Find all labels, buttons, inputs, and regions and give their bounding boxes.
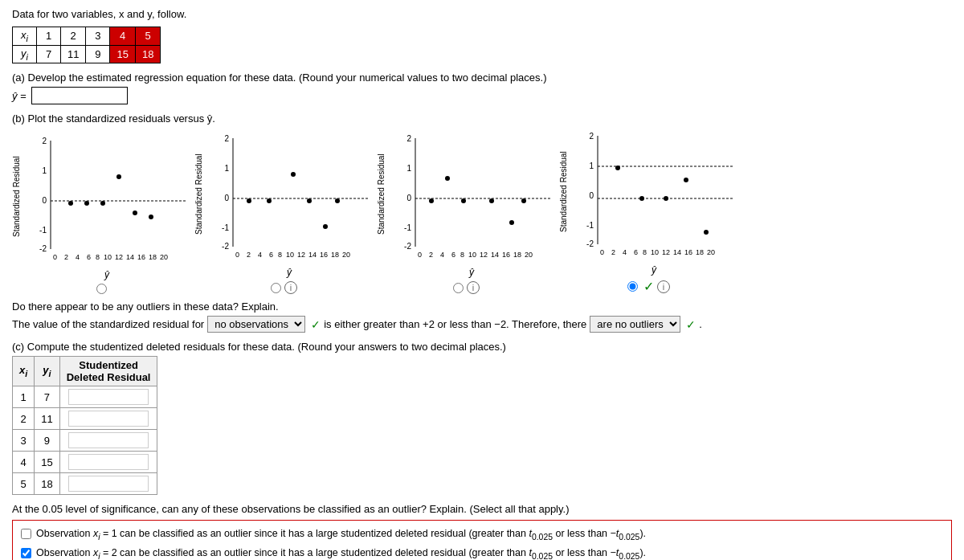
svg-text:-2: -2 [586, 239, 594, 248]
row4-sdr[interactable] [59, 452, 157, 473]
dropdown1-check: ✓ [311, 318, 321, 331]
svg-text:16: 16 [502, 251, 510, 259]
chart-1-ylabel: Standardized Residual [12, 133, 21, 261]
part-c-label: (c) Compute the studentized deleted resi… [12, 341, 952, 353]
row5-sdr[interactable] [59, 473, 157, 495]
row4-x: 4 [13, 452, 35, 473]
svg-text:18: 18 [149, 253, 157, 261]
svg-text:2: 2 [429, 251, 433, 259]
svg-text:12: 12 [297, 251, 305, 259]
svg-point-66 [429, 198, 434, 203]
chart-4-xlabel: ŷ [652, 264, 656, 276]
chart-1-radio-row[interactable] [96, 284, 107, 294]
svg-text:4: 4 [76, 253, 80, 261]
svg-text:16: 16 [684, 248, 692, 256]
table-row: 4 15 [13, 452, 157, 473]
row2-sdr[interactable] [59, 408, 157, 430]
chart-2-area: 2 1 0 -1 -2 0 2 4 6 8 10 12 14 16 18 20 [205, 130, 374, 278]
outliers-period: . [699, 318, 702, 330]
row2-sdr-input[interactable] [68, 411, 149, 427]
row5-x: 5 [13, 473, 35, 495]
svg-point-21 [116, 174, 121, 179]
chart-1-svg: 2 1 0 -1 -2 0 2 4 6 8 10 12 14 16 18 20 [22, 133, 191, 269]
chart-3-radio-row[interactable]: i [453, 281, 480, 294]
svg-point-70 [509, 220, 514, 225]
svg-text:14: 14 [308, 251, 317, 259]
svg-point-20 [100, 201, 105, 206]
row5-sdr-input[interactable] [68, 476, 149, 492]
checkbox-1[interactable] [21, 529, 31, 539]
svg-text:-1: -1 [222, 223, 229, 232]
chart-3-wrapper: Standardized Residual 2 1 0 -1 -2 0 2 4 … [377, 130, 556, 294]
row3-sdr[interactable] [59, 430, 157, 452]
checkbox-item-2: Observation xi = 2 can be classified as … [21, 546, 943, 560]
chart-2-radio[interactable] [271, 283, 281, 293]
row4-sdr-input[interactable] [68, 454, 149, 470]
svg-point-43 [267, 198, 272, 203]
svg-text:16: 16 [137, 253, 145, 261]
svg-point-18 [68, 201, 73, 206]
svg-text:8: 8 [643, 248, 647, 256]
outliers-text-3: is either greater than +2 or less than −… [324, 318, 586, 330]
chart-4-ylabel: Standardized Residual [559, 128, 568, 256]
checkbox-1-label: Observation xi = 1 can be classified as … [36, 527, 646, 543]
at-level-text: At the 0.05 level of significance, can a… [12, 503, 952, 515]
chart-4-radio-row[interactable]: ✓ i [627, 279, 670, 294]
svg-point-71 [521, 198, 526, 203]
svg-text:2: 2 [611, 248, 615, 256]
svg-text:12: 12 [115, 253, 123, 261]
chart-4-radio[interactable] [627, 281, 638, 292]
row2-x: 2 [13, 408, 35, 430]
svg-text:10: 10 [104, 253, 112, 261]
chart-4-info-icon[interactable]: i [657, 280, 670, 293]
table-row: 1 7 [13, 386, 157, 408]
dropdown2-check: ✓ [686, 318, 696, 331]
row1-sdr[interactable] [59, 386, 157, 408]
row3-sdr-input[interactable] [68, 432, 149, 448]
data-table: xi 1 2 3 4 5 yi 7 11 9 15 18 [12, 27, 161, 63]
svg-text:2: 2 [64, 253, 68, 261]
svg-text:0: 0 [235, 251, 239, 259]
chart-1-radio[interactable] [96, 284, 107, 294]
svg-text:0: 0 [42, 196, 47, 205]
svg-point-23 [149, 215, 153, 219]
col-yi-header: yi [35, 357, 59, 386]
svg-point-42 [247, 198, 251, 203]
row1-y: 7 [35, 386, 59, 408]
svg-text:0: 0 [53, 253, 57, 261]
chart-2-info-icon[interactable]: i [284, 281, 297, 294]
chart-3-radio[interactable] [453, 283, 464, 293]
svg-point-47 [335, 198, 340, 203]
equation-input[interactable] [31, 87, 128, 104]
svg-text:-2: -2 [39, 244, 47, 253]
svg-point-94 [684, 178, 688, 182]
chart-3-svg: 2 1 0 -1 -2 0 2 4 6 8 10 12 14 16 18 20 [387, 130, 556, 267]
svg-text:0: 0 [224, 194, 229, 202]
chart-2-ylabel: Standardized Residual [194, 130, 203, 259]
svg-text:12: 12 [662, 248, 670, 256]
svg-text:20: 20 [525, 251, 533, 259]
chart-3-info-icon[interactable]: i [467, 281, 480, 294]
svg-text:2: 2 [406, 134, 411, 143]
chart-1-xlabel: ŷ [104, 269, 109, 280]
svg-point-45 [307, 198, 312, 203]
outliers-text-2: The value of the standardized residual f… [12, 318, 204, 330]
checkbox-2[interactable] [21, 548, 31, 558]
chart-3-area: 2 1 0 -1 -2 0 2 4 6 8 10 12 14 16 18 20 [387, 130, 556, 278]
outliers-dropdown-1[interactable]: no observations observation 1 observatio… [207, 316, 305, 333]
chart-2-radio-row[interactable]: i [271, 281, 297, 294]
svg-text:18: 18 [696, 248, 704, 256]
outliers-dropdown-2[interactable]: are no outliers are outliers [590, 316, 680, 333]
equation-row: ŷ = [12, 87, 952, 104]
table-row: 3 9 [13, 430, 157, 452]
chart-1-wrapper: Standardized Residual 2 1 0 -1 -2 0 2 4 [12, 133, 191, 294]
svg-text:20: 20 [160, 253, 168, 261]
svg-point-67 [445, 176, 450, 181]
chart-1-area: 2 1 0 -1 -2 0 2 4 6 8 10 12 14 16 18 20 [22, 133, 191, 280]
svg-text:-1: -1 [404, 223, 411, 232]
yhat-label: ŷ = [12, 90, 27, 102]
outliers-text-1: Do there appear to be any outliers in th… [12, 300, 952, 313]
checkbox-item-1: Observation xi = 1 can be classified as … [21, 527, 943, 543]
svg-text:14: 14 [491, 251, 499, 259]
row1-sdr-input[interactable] [68, 389, 149, 405]
